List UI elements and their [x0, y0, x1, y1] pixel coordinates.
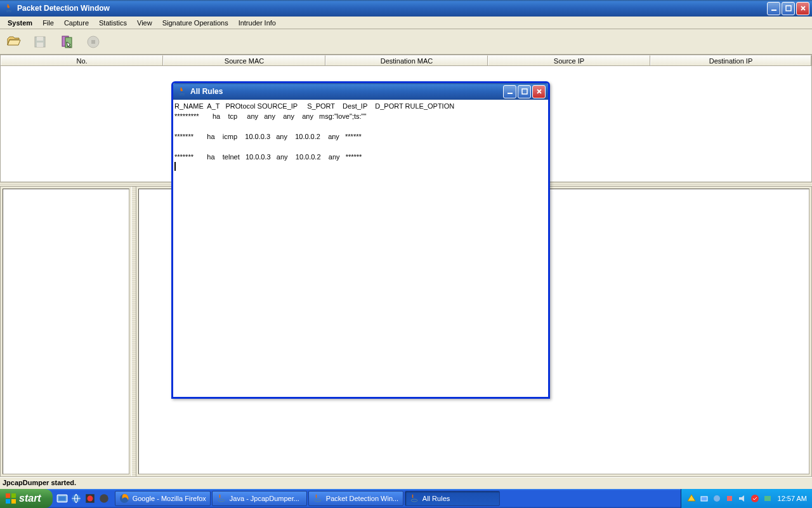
splitter-vertical[interactable]	[131, 187, 136, 476]
firefox-icon	[119, 493, 129, 504]
maximize-button[interactable]	[782, 2, 795, 15]
menubar: System File Capture Statistics View Sign…	[0, 17, 812, 29]
capture-button[interactable]	[56, 31, 77, 53]
dialog-window-buttons	[503, 85, 546, 98]
svg-point-23	[315, 499, 321, 502]
rules-header-line: R_NAME A_T PROtocol SOURCE_IP S_PORT Des…	[174, 102, 454, 110]
toolbar	[0, 29, 812, 55]
menu-file[interactable]: File	[37, 18, 59, 28]
svg-rect-29	[764, 496, 771, 501]
start-label: start	[19, 493, 41, 504]
dialog-title: All Rules	[190, 87, 503, 96]
clock[interactable]: 12:57 AM	[778, 495, 807, 502]
stop-button[interactable]	[82, 31, 104, 53]
tray-icon[interactable]	[724, 493, 735, 504]
svg-rect-27	[727, 496, 732, 501]
svg-rect-14	[11, 499, 16, 504]
col-no[interactable]: No.	[1, 55, 163, 65]
start-button[interactable]: start	[0, 489, 53, 508]
tray-icon[interactable]	[699, 493, 709, 504]
menu-statistics[interactable]: Statistics	[94, 18, 132, 28]
col-dest-mac[interactable]: Destination MAC	[325, 55, 488, 65]
ql-icon[interactable]	[84, 493, 96, 504]
svg-point-28	[751, 495, 759, 502]
dialog-minimize-button[interactable]	[503, 85, 516, 98]
packet-table-header: No. Source MAC Destination MAC Source IP…	[0, 55, 812, 66]
rules-text-area[interactable]: R_NAME A_T PROtocol SOURCE_IP S_PORT Des…	[173, 100, 548, 175]
col-source-ip[interactable]: Source IP	[488, 55, 650, 65]
svg-rect-11	[6, 493, 10, 498]
open-button[interactable]	[3, 31, 24, 53]
statusbar: JpcapDumper started.	[0, 477, 812, 488]
java-icon	[313, 493, 323, 504]
task-items: Google - Mozilla Firefox Java - JpcapDum…	[114, 489, 681, 508]
menu-signature-operations[interactable]: Signature Operations	[157, 18, 233, 28]
task-packet-detection[interactable]: Packet Detection Win...	[308, 491, 403, 506]
tray-icon[interactable]	[763, 493, 773, 504]
menu-system[interactable]: System	[3, 18, 37, 28]
svg-rect-12	[11, 493, 16, 498]
dialog-titlebar[interactable]: All Rules	[173, 83, 548, 100]
task-label: All Rules	[422, 495, 450, 502]
ql-icon[interactable]	[98, 493, 110, 504]
all-rules-dialog: All Rules R_NAME A_T PROtocol SOURCE_IP …	[171, 81, 550, 399]
task-label: Google - Mozilla Firefox	[133, 495, 206, 502]
svg-rect-4	[37, 43, 43, 47]
close-button[interactable]	[796, 2, 809, 15]
col-source-mac[interactable]: Source MAC	[163, 55, 325, 65]
svg-rect-25	[701, 497, 707, 501]
task-firefox[interactable]: Google - Mozilla Firefox	[115, 491, 211, 506]
svg-point-22	[218, 499, 225, 502]
java-icon	[4, 3, 14, 13]
svg-point-24	[411, 499, 417, 502]
svg-rect-9	[508, 93, 513, 94]
show-desktop-icon[interactable]	[56, 493, 68, 504]
svg-point-20	[100, 494, 108, 503]
rules-row: ******* ha icmp 10.0.0.3 any 10.0.0.2 an…	[174, 133, 362, 140]
task-all-rules[interactable]: All Rules	[405, 491, 500, 506]
task-label: Packet Detection Win...	[326, 495, 398, 502]
tray-icon[interactable]	[750, 493, 760, 504]
svg-rect-8	[91, 40, 95, 44]
tray-icon[interactable]	[737, 493, 747, 504]
rules-row: ********* ha tcp any any any any msg:"lo…	[174, 112, 366, 120]
java-icon	[177, 86, 187, 97]
svg-rect-1	[786, 6, 791, 11]
ie-icon[interactable]	[70, 493, 82, 504]
java-icon	[409, 493, 419, 504]
task-label: Java - JpcapDumper...	[230, 495, 299, 502]
java-icon	[216, 493, 226, 504]
rules-row: ******* ha telnet 10.0.0.3 any 10.0.0.2 …	[174, 153, 362, 161]
svg-point-19	[87, 496, 93, 502]
quick-launch	[53, 489, 114, 508]
system-tray: 12:57 AM	[681, 489, 812, 508]
minimize-button[interactable]	[767, 2, 780, 15]
task-java[interactable]: Java - JpcapDumper...	[212, 491, 307, 506]
svg-rect-13	[6, 499, 10, 504]
menu-capture[interactable]: Capture	[59, 18, 94, 28]
menu-view[interactable]: View	[132, 18, 157, 28]
taskbar: start Google - Mozilla Firefox Java - Jp…	[0, 489, 812, 508]
col-dest-ip[interactable]: Destination IP	[650, 55, 811, 65]
lower-left-panel	[3, 189, 129, 474]
main-window-buttons	[767, 2, 809, 15]
main-titlebar: Packet Detection Window	[0, 0, 812, 17]
menu-intruder-info[interactable]: Intruder Info	[233, 18, 281, 28]
status-text: JpcapDumper started.	[3, 479, 76, 486]
tray-icon[interactable]	[686, 493, 697, 504]
tray-icon[interactable]	[712, 493, 722, 504]
main-window-title: Packet Detection Window	[17, 4, 767, 13]
dialog-close-button[interactable]	[532, 85, 546, 98]
text-cursor	[174, 162, 176, 171]
dialog-maximize-button[interactable]	[518, 85, 531, 98]
svg-rect-3	[37, 37, 43, 41]
svg-rect-10	[522, 89, 527, 94]
svg-point-26	[714, 495, 720, 502]
svg-rect-16	[58, 497, 65, 501]
svg-rect-0	[771, 10, 776, 11]
save-button[interactable]	[29, 31, 51, 53]
